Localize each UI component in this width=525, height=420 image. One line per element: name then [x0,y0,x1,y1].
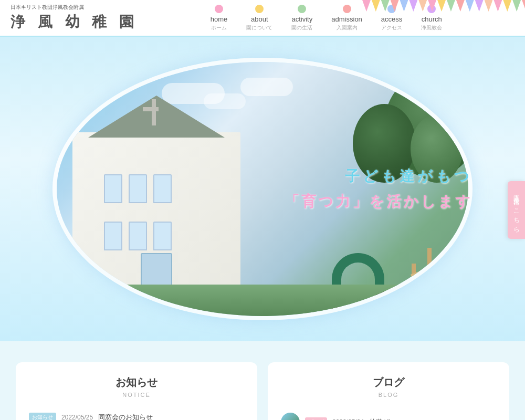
blog-card: ブログ BLOG ブログ2022/05/24外遊びブログ2022/05/23火災… [268,362,509,420]
notice-title-en: NOTICE [29,392,244,398]
cross-vertical [152,99,156,125]
content-section: お知らせ NOTICE お知らせ 2022/05/25 同窓会のお知らせ お知ら… [0,341,525,420]
blog-text-0: 外遊び [369,417,390,420]
notice-item-0[interactable]: お知らせ 2022/05/25 同窓会のお知らせ [29,407,244,420]
flag-0 [362,0,371,12]
home-nav-ja: ホーム [211,24,227,32]
about-dot [255,5,264,13]
flag-15 [503,0,511,12]
flag-5 [409,0,417,12]
notice-date-0: 2022/05/25 [61,414,93,420]
blog-badge-0: ブログ [305,417,327,420]
garland-flags [362,0,525,12]
flag-13 [485,0,493,12]
flag-9 [447,0,455,12]
blog-card-header: ブログ BLOG [281,375,496,398]
nav-item-home[interactable]: home ホーム [201,2,237,34]
church-cross [149,99,159,111]
activity-nav-ja: 園の生活 [291,24,312,32]
logo-subtitle: 日本キリスト教団浄風教会附属 [10,4,138,11]
flag-14 [494,0,502,12]
about-nav-ja: 園について [246,24,272,32]
nav-item-about[interactable]: about 園について [237,2,282,34]
notice-text-0: 同窓会のお知らせ [98,413,153,420]
hero-text-line2: 「育つ力」を活かします [285,192,472,212]
logo-area: 日本キリスト教団浄風教会附属 浄 風 幼 稚 園 [10,4,138,32]
notice-badge-0: お知らせ [29,413,56,420]
ground [57,285,468,316]
flag-1 [372,0,380,12]
hero-text: 子ども達がもつ 「育つ力」を活かします [285,166,472,212]
header: 日本キリスト教団浄風教会附属 浄 風 幼 稚 園 home ホーム about … [0,0,525,37]
garland-decoration [357,0,525,37]
window [129,222,147,250]
blog-avatar-0 [281,413,300,420]
home-dot [215,5,223,13]
flag-6 [418,0,427,12]
home-nav-label: home [211,15,228,23]
content-grid: お知らせ NOTICE お知らせ 2022/05/25 同窓会のお知らせ お知ら… [16,362,509,420]
about-nav-label: about [251,15,268,23]
blog-title-en: BLOG [281,392,496,398]
flag-16 [512,0,521,12]
notice-list: お知らせ 2022/05/25 同窓会のお知らせ お知らせ 2022/05/17… [29,407,244,420]
window [104,174,122,203]
activity-nav-label: activity [291,15,312,23]
flag-11 [466,0,474,12]
flag-4 [400,0,408,12]
hero-text-line1: 子ども達がもつ [285,166,472,186]
window [129,174,147,203]
window [153,222,172,250]
admission-side-button[interactable]: 入園案内はこちら [508,181,525,239]
window [104,222,122,250]
hero-section: 子ども達がもつ 「育つ力」を活かします [0,37,525,341]
nav-item-activity[interactable]: activity 園の生活 [282,2,322,34]
flag-3 [391,0,399,12]
cross-horizontal [143,107,159,111]
notice-card-header: お知らせ NOTICE [29,375,244,398]
flag-2 [381,0,390,12]
notice-card: お知らせ NOTICE お知らせ 2022/05/25 同窓会のお知らせ お知ら… [16,362,257,420]
cloud-3 [240,78,293,96]
flag-12 [475,0,484,12]
blog-list: ブログ2022/05/24外遊びブログ2022/05/23火災訓練ブログ [281,407,496,420]
flag-8 [437,0,446,12]
logo-main: 浄 風 幼 稚 園 [10,12,138,32]
notice-title-ja: お知らせ [29,375,244,390]
admission-dot [343,5,351,13]
trees [332,72,468,240]
flag-7 [428,0,436,12]
blog-title-ja: ブログ [281,375,496,390]
blog-item-0[interactable]: ブログ2022/05/24外遊び [281,407,496,420]
activity-dot [298,5,306,13]
window [153,174,172,203]
flag-10 [456,0,465,12]
admission-nav-ja: 入園案内 [337,24,358,32]
flag-17 [522,0,525,12]
